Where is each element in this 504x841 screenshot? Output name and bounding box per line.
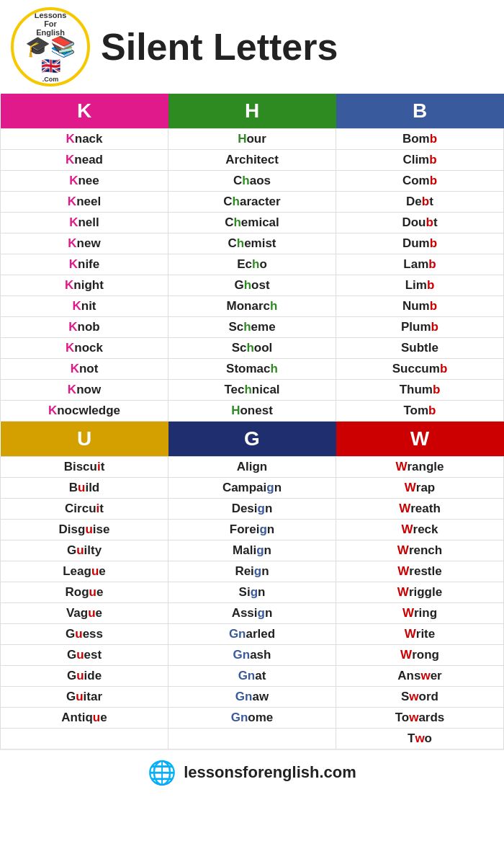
silent-letters-table: K H B KnackHourBombKneadArchitectClimbKn… (0, 94, 504, 749)
table-row: Echo (168, 254, 336, 275)
table-row: Wrap (336, 478, 504, 499)
logo-top-text: LessonsForEnglish (35, 11, 67, 37)
header-g: G (168, 422, 336, 457)
table-row: Chemical (168, 213, 336, 233)
table-row: Wreck (336, 520, 504, 540)
table-row: Build (1, 478, 168, 499)
footer-globe-icon: 🌐 (148, 759, 176, 786)
table-row: Know (1, 380, 168, 401)
table-row: Subtle (336, 338, 504, 359)
table-row: Comb (336, 171, 504, 192)
footer-url: lessonsforenglish.com (184, 763, 356, 782)
table-row: Knot (1, 359, 168, 380)
table-row: Malign (168, 540, 336, 561)
table-row: Knife (1, 254, 168, 275)
table-row: Wrong (336, 645, 504, 666)
table-row: Wring (336, 603, 504, 624)
table-row: Plumb (336, 317, 504, 338)
header-u: U (1, 422, 168, 457)
table-row: Doubt (336, 213, 504, 233)
table-row: Sign (168, 582, 336, 603)
table-row: Gnarled (168, 624, 336, 645)
table-row: Technical (168, 380, 336, 401)
header-w: W (336, 422, 504, 457)
table-row: Two (336, 729, 504, 749)
table-row: Gnat (168, 666, 336, 687)
table-row: Wrench (336, 540, 504, 561)
table-row: Gnaw (168, 687, 336, 708)
table-row: Chemist (168, 233, 336, 254)
footer: 🌐 lessonsforenglish.com (0, 749, 504, 795)
table-row: Succumb (336, 359, 504, 380)
table-row: Knocwledge (1, 401, 168, 422)
logo-flag-icon: 🇬🇧 (41, 57, 60, 76)
table-row: Knight (1, 275, 168, 296)
table-row: Wreath (336, 499, 504, 520)
table-row: Bomb (336, 129, 504, 150)
table-row: Kneel (1, 192, 168, 213)
logo-books-icon: 🎓📚 (25, 37, 76, 57)
table-row (168, 729, 336, 749)
table-row: Knell (1, 213, 168, 233)
table-row: Align (168, 457, 336, 478)
table-row: Reign (168, 561, 336, 582)
table-row: Hour (168, 129, 336, 150)
table-row: Guess (1, 624, 168, 645)
header-k: K (1, 94, 168, 129)
table-row: Guest (1, 645, 168, 666)
table-row: Foreign (168, 520, 336, 540)
table-row: Circuit (1, 499, 168, 520)
header: LessonsForEnglish 🎓📚 🇬🇧 .Com Silent Lett… (0, 0, 504, 94)
table-row: Knee (1, 171, 168, 192)
table-row: Campaign (168, 478, 336, 499)
table-row: Design (168, 499, 336, 520)
table-row: Numb (336, 296, 504, 317)
table-row: Stomach (168, 359, 336, 380)
table-row: Monarch (168, 296, 336, 317)
table-row: Wrestle (336, 561, 504, 582)
table-row: Antique (1, 708, 168, 729)
table-row: Chaos (168, 171, 336, 192)
table-row: Knew (1, 233, 168, 254)
table-row: Guitar (1, 687, 168, 708)
page-title: Silent Letters (101, 25, 338, 68)
table-row: Guide (1, 666, 168, 687)
table-row: Lamb (336, 254, 504, 275)
table-row: Knit (1, 296, 168, 317)
table-row: Towards (336, 708, 504, 729)
table-row: Ghost (168, 275, 336, 296)
table-row: Scheme (168, 317, 336, 338)
table-row: Honest (168, 401, 336, 422)
table-row: Knock (1, 338, 168, 359)
table-row: Gnome (168, 708, 336, 729)
table-row: Architect (168, 150, 336, 171)
table-row: Dumb (336, 233, 504, 254)
logo-bottom-text: .Com (42, 76, 59, 83)
table-row: School (168, 338, 336, 359)
table-row: Tomb (336, 401, 504, 422)
table-row: Wriggle (336, 582, 504, 603)
table-row: Sword (336, 687, 504, 708)
table-row: League (1, 561, 168, 582)
table-row: Climb (336, 150, 504, 171)
table-row: Write (336, 624, 504, 645)
table-row: Biscuit (1, 457, 168, 478)
table-row: Debt (336, 192, 504, 213)
header-h: H (168, 94, 336, 129)
table-row: Vague (1, 603, 168, 624)
table-row: Disguise (1, 520, 168, 540)
table-row: Gnash (168, 645, 336, 666)
table-row: Answer (336, 666, 504, 687)
table-row: Thumb (336, 380, 504, 401)
table-row: Knack (1, 129, 168, 150)
table-row: Assign (168, 603, 336, 624)
table-row (1, 729, 168, 749)
table-row: Wrangle (336, 457, 504, 478)
table-row: Character (168, 192, 336, 213)
table-row: Knead (1, 150, 168, 171)
table-row: Limb (336, 275, 504, 296)
logo: LessonsForEnglish 🎓📚 🇬🇧 .Com (11, 7, 90, 86)
table-row: Guilty (1, 540, 168, 561)
table-row: Knob (1, 317, 168, 338)
table-row: Rogue (1, 582, 168, 603)
